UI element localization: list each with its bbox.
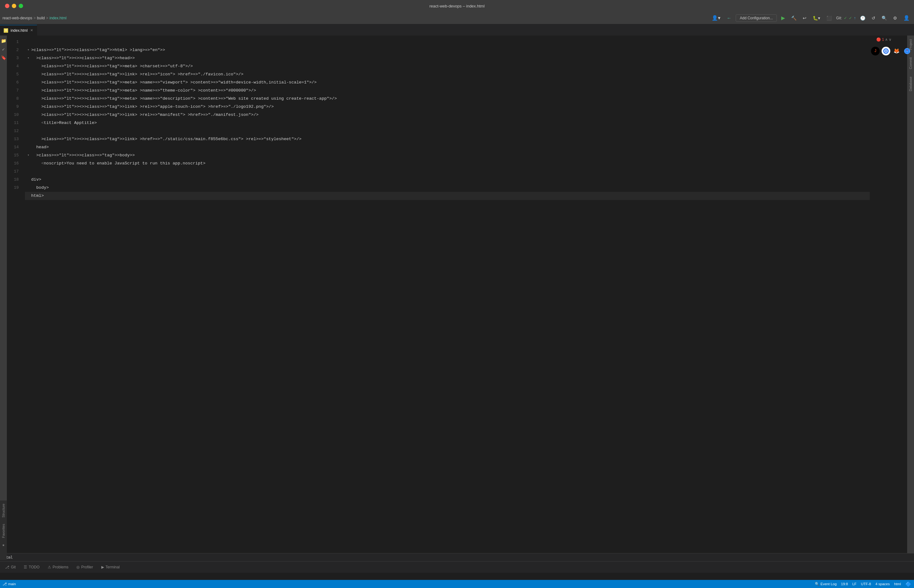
code-text-8: >class>=>"lt">><>>class>=>"tag">>meta> >… bbox=[31, 95, 337, 103]
code-line-14: head> bbox=[25, 143, 870, 151]
jetbrains-icon[interactable]: J bbox=[871, 47, 880, 55]
git-label: Git: bbox=[836, 16, 842, 20]
branch-icon: ⎇ bbox=[3, 582, 7, 586]
tab-file-icon: H bbox=[4, 28, 8, 33]
problems-tab-label: Problems bbox=[53, 565, 68, 569]
status-bar-right: 🔍 Event Log 19:8 LF UTF-8 4 spaces html … bbox=[815, 581, 911, 587]
bottom-tab-git[interactable]: ⎇Git bbox=[1, 564, 19, 570]
main-content: 📁 ✔ 🔖 12345678910111213141516171819 ▾>cl… bbox=[0, 36, 914, 553]
event-log-label: Event Log bbox=[820, 582, 837, 586]
error-down-arrow: ∨ bbox=[889, 37, 891, 42]
firefox-icon[interactable]: 🦊 bbox=[892, 47, 901, 55]
file-info-bar: html bbox=[0, 553, 914, 561]
status-branch[interactable]: ⎇ main bbox=[3, 582, 16, 586]
status-bar: ⎇ main 🔍 Event Log 19:8 LF UTF-8 4 space… bbox=[0, 580, 914, 588]
add-config-button[interactable]: Add Configuration... bbox=[736, 15, 777, 22]
code-line-5: >class>=>"lt">><>>class>=>"tag">>link> >… bbox=[25, 70, 870, 79]
status-language[interactable]: html bbox=[894, 582, 901, 586]
breadcrumb-sep1: > bbox=[33, 16, 36, 20]
code-line-17: div> bbox=[25, 168, 870, 184]
right-label-project[interactable]: Project bbox=[908, 36, 914, 53]
maximize-button[interactable] bbox=[19, 4, 23, 8]
back-btn[interactable]: ← bbox=[725, 14, 733, 22]
git-green-check: ✓ bbox=[849, 16, 852, 20]
status-line-col[interactable]: 19:8 bbox=[841, 582, 848, 586]
bottom-tab-profiler[interactable]: ◎Profiler bbox=[73, 564, 97, 570]
user-btn[interactable]: 👤 bbox=[901, 14, 911, 22]
settings-btn[interactable]: ⚙ bbox=[891, 15, 899, 22]
bottom-tabs: ⎇Git☰TODO⚠Problems◎Profiler▶Terminal bbox=[0, 562, 914, 573]
build-btn[interactable]: 🔨 bbox=[789, 15, 798, 22]
problems-tab-icon: ⚠ bbox=[48, 565, 51, 569]
bookmark-icon[interactable]: 🔖 bbox=[0, 54, 7, 61]
breadcrumb-sep2: > bbox=[46, 16, 48, 20]
chrome-icon[interactable] bbox=[882, 47, 890, 55]
breadcrumb-project[interactable]: react-web-devops bbox=[3, 16, 32, 20]
title-bar: react-web-devops – index.html bbox=[0, 0, 914, 12]
fold-btn-2[interactable]: ▾ bbox=[26, 48, 31, 52]
bottom-tab-todo[interactable]: ☰TODO bbox=[20, 564, 43, 570]
close-button[interactable] bbox=[5, 4, 9, 8]
structure-label[interactable]: Structure bbox=[1, 501, 6, 521]
favorites-star-icon[interactable]: ★ bbox=[2, 542, 5, 548]
code-editor[interactable]: ▾>class>=>"lt">><>>class>=>"tag">>html> … bbox=[23, 36, 870, 553]
bottom-tab-terminal[interactable]: ▶Terminal bbox=[97, 564, 123, 570]
status-indent[interactable]: 4 spaces bbox=[875, 582, 890, 586]
code-text-17: div> bbox=[31, 168, 41, 184]
breadcrumb-file[interactable]: index.html bbox=[50, 16, 67, 20]
tab-close-icon[interactable]: ✕ bbox=[30, 28, 33, 32]
status-line-ending[interactable]: LF bbox=[852, 582, 856, 586]
left-vert-labels: Structure Favorites ★ bbox=[0, 501, 7, 560]
error-circle-icon: 🔴 bbox=[876, 37, 881, 42]
run-btn[interactable]: ▶ bbox=[779, 14, 787, 22]
fold-btn-3[interactable]: ▾ bbox=[26, 56, 31, 60]
code-line-12: <span class="lt"></</span><span class="t… bbox=[25, 127, 870, 135]
code-line-11: <title>React Apptitle> bbox=[25, 119, 870, 127]
breadcrumb: react-web-devops > build > index.html bbox=[3, 16, 66, 20]
error-count: 1 bbox=[882, 37, 884, 42]
toolbar-actions: 👤▾ ← Add Configuration... ▶ 🔨 ↩ 🐛▾ ⬛ Git… bbox=[710, 14, 911, 22]
code-text-6: >class>=>"lt">><>>class>=>"tag">>meta> >… bbox=[31, 79, 317, 87]
code-text-19: html> bbox=[31, 192, 44, 200]
git-check-icon: ✓ bbox=[844, 16, 847, 20]
breadcrumb-folder[interactable]: build bbox=[37, 16, 45, 20]
code-line-8: >class>=>"lt">><>>class>=>"tag">>meta> >… bbox=[25, 95, 870, 103]
code-text-5: >class>=>"lt">><>>class>=>"tag">>link> >… bbox=[31, 70, 243, 79]
bottom-tab-problems[interactable]: ⚠Problems bbox=[44, 564, 72, 570]
code-line-15: ▾ >class>=>"lt">><>>class>=>"tag">>body>… bbox=[25, 151, 870, 160]
git-section: Git: ✓ ✓ ↑ bbox=[836, 16, 856, 20]
code-line-13: >class>=>"lt">><>>class>=>"tag">>link> >… bbox=[25, 135, 870, 143]
code-text-18: body> bbox=[31, 184, 49, 192]
todo-tab-icon: ☰ bbox=[24, 565, 27, 569]
clock-btn[interactable]: 🕐 bbox=[858, 15, 867, 22]
tab-index-html[interactable]: H index.html ✕ bbox=[0, 25, 37, 36]
search-btn[interactable]: 🔍 bbox=[880, 15, 889, 22]
toolbar: react-web-devops > build > index.html 👤▾… bbox=[0, 12, 914, 24]
debug-btn[interactable]: 🐛▾ bbox=[811, 15, 822, 22]
undo-btn[interactable]: ↺ bbox=[870, 15, 877, 22]
rerun-btn[interactable]: ↩ bbox=[801, 15, 808, 22]
commit-icon[interactable]: ✔ bbox=[1, 46, 6, 53]
status-event-log[interactable]: 🔍 Event Log bbox=[815, 582, 837, 586]
line-numbers: 12345678910111213141516171819 bbox=[7, 36, 23, 553]
git-arrow-icon: ↑ bbox=[854, 16, 856, 20]
minimize-button[interactable] bbox=[12, 4, 16, 8]
fold-btn-15[interactable]: ▾ bbox=[26, 153, 31, 158]
right-label-database[interactable]: Database bbox=[908, 73, 914, 95]
svg-point-2 bbox=[885, 50, 887, 52]
code-text-7: >class>=>"lt">><>>class>=>"tag">>meta> >… bbox=[31, 87, 256, 95]
code-text-12: <span class="lt"></</span><span class="t… bbox=[31, 127, 41, 135]
favorites-label[interactable]: Favorites bbox=[1, 521, 6, 541]
code-line-19: html> bbox=[25, 192, 870, 200]
right-label-commit[interactable]: Commit bbox=[908, 53, 914, 73]
code-text-13: >class>=>"lt">><>>class>=>"tag">>link> >… bbox=[31, 135, 301, 143]
code-line-1 bbox=[25, 38, 870, 46]
stop-btn[interactable]: ⬛ bbox=[825, 15, 834, 22]
project-icon[interactable]: 📁 bbox=[0, 37, 7, 45]
git-tab-icon: ⎇ bbox=[5, 565, 9, 569]
terminal-tab-icon: ▶ bbox=[101, 565, 104, 569]
tabs-bar: H index.html ✕ bbox=[0, 24, 914, 36]
profile-btn[interactable]: 👤▾ bbox=[710, 14, 722, 22]
status-encoding[interactable]: UTF-8 bbox=[861, 582, 871, 586]
code-text-15: >class>=>"lt">><>>class>=>"tag">>body>> bbox=[31, 151, 135, 160]
